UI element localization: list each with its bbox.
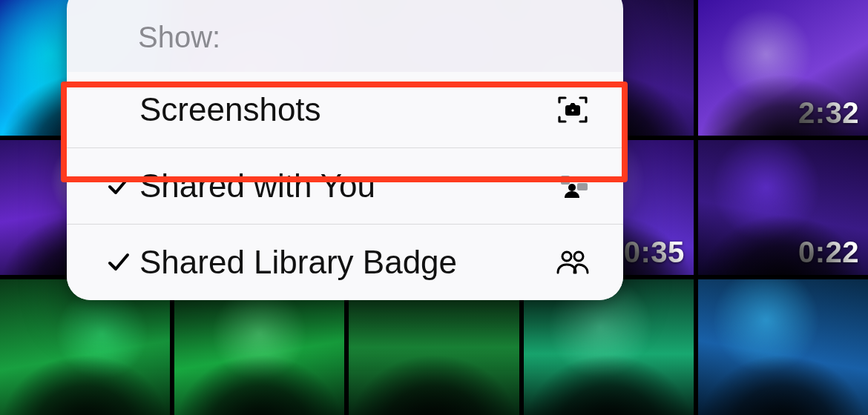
svg-point-6 <box>574 252 583 261</box>
people-icon <box>549 245 596 280</box>
svg-point-4 <box>568 184 576 191</box>
checkmark-slot <box>99 173 138 199</box>
photos-screen: 2:32 0:35 0:22 Show: Screenshots <box>0 0 868 415</box>
shared-with-you-icon <box>549 168 596 204</box>
screenshot-icon <box>549 92 596 127</box>
photo-thumbnail[interactable]: 0:22 <box>698 140 868 276</box>
svg-point-5 <box>562 252 571 261</box>
photo-thumbnail[interactable] <box>698 279 868 415</box>
menu-item-shared-library-badge[interactable]: Shared Library Badge <box>67 224 623 300</box>
svg-rect-3 <box>577 183 588 190</box>
view-options-menu: Show: Screenshots Shared with You <box>67 0 623 300</box>
photo-thumbnail[interactable]: 2:32 <box>698 0 868 136</box>
menu-section-header: Show: <box>67 0 623 72</box>
video-duration: 0:22 <box>798 236 859 269</box>
menu-item-screenshots[interactable]: Screenshots <box>67 72 623 147</box>
checkmark-slot <box>99 249 138 276</box>
video-duration: 0:35 <box>624 236 685 269</box>
menu-item-label: Screenshots <box>138 91 549 128</box>
svg-rect-2 <box>561 176 570 185</box>
svg-point-1 <box>571 108 575 113</box>
menu-item-label: Shared with You <box>138 167 549 205</box>
video-duration: 2:32 <box>798 96 859 130</box>
menu-item-shared-with-you[interactable]: Shared with You <box>67 147 623 224</box>
menu-item-label: Shared Library Badge <box>138 244 549 281</box>
